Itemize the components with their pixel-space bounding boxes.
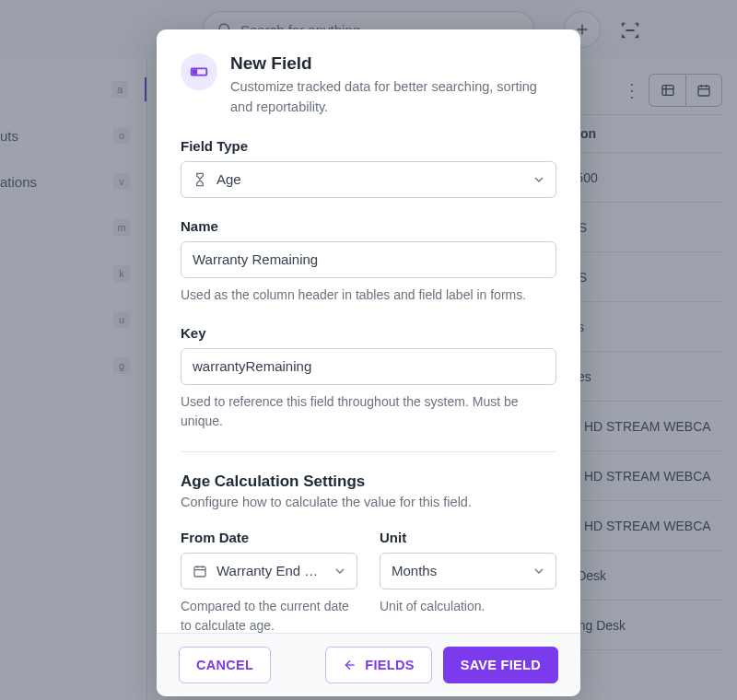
chevron-down-icon [532, 564, 546, 578]
hourglass-icon [193, 172, 207, 187]
svg-rect-12 [193, 70, 197, 74]
chevron-down-icon [532, 172, 546, 187]
name-input[interactable] [181, 241, 556, 278]
key-label: Key [181, 325, 556, 341]
unit-helper: Unit of calculation. [380, 597, 556, 616]
unit-label: Unit [380, 530, 556, 545]
modal-subtitle: Customize tracked data for better search… [230, 77, 556, 118]
field-icon [181, 53, 217, 90]
chevron-down-icon [333, 564, 347, 578]
key-helper: Used to reference this field throughout … [181, 392, 556, 431]
new-field-modal: New Field Customize tracked data for bet… [157, 29, 580, 696]
from-date-value: Warranty End … [216, 563, 318, 578]
divider [181, 451, 556, 452]
from-date-helper: Compared to the current date to calculat… [181, 597, 357, 634]
section-subtitle: Configure how to calculate the value for… [181, 495, 556, 509]
from-date-select[interactable]: Warranty End … [181, 553, 357, 589]
section-title: Age Calculation Settings [181, 472, 556, 491]
field-type-value: Age [216, 171, 241, 187]
modal-title: New Field [230, 53, 556, 74]
name-label: Name [181, 218, 556, 234]
save-button-label: SAVE FIELD [461, 658, 541, 672]
from-date-label: From Date [181, 530, 357, 545]
name-helper: Used as the column header in tables and … [181, 286, 556, 305]
field-type-label: Field Type [181, 138, 556, 154]
cancel-button[interactable]: CANCEL [179, 647, 271, 683]
unit-select[interactable]: Months [380, 553, 556, 589]
unit-value: Months [392, 563, 437, 578]
svg-rect-13 [194, 566, 205, 577]
key-input[interactable] [181, 348, 556, 385]
fields-button-label: FIELDS [365, 658, 414, 672]
save-field-button[interactable]: SAVE FIELD [443, 647, 558, 683]
arrow-left-icon [343, 658, 357, 672]
field-type-select[interactable]: Age [181, 161, 556, 198]
cancel-button-label: CANCEL [196, 658, 253, 672]
calendar-icon [193, 564, 207, 578]
fields-button[interactable]: FIELDS [325, 647, 431, 683]
